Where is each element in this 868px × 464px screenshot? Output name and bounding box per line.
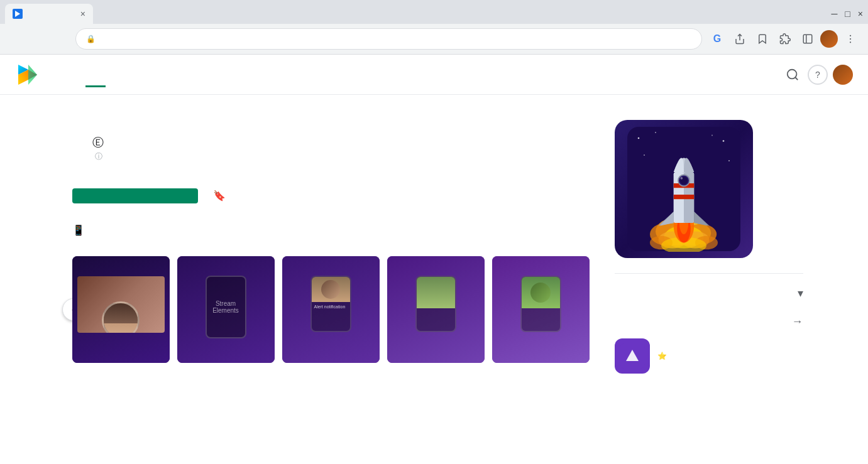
nav-books[interactable] — [126, 62, 146, 87]
wishlist-button[interactable]: 🔖 — [208, 182, 236, 209]
svg-point-18 — [644, 154, 645, 156]
window-controls: ─ □ × — [831, 9, 863, 19]
gplay-logo-icon — [15, 62, 40, 87]
screenshot-1 — [72, 256, 170, 363]
header-actions: ? — [783, 65, 853, 85]
screenshots-section: ‹ — [72, 256, 590, 363]
screenshot-2: StreamElements — [177, 256, 275, 363]
similar-apps-header: → — [615, 315, 803, 328]
svg-point-15 — [655, 132, 656, 133]
url-bar[interactable]: 🔒 — [75, 28, 702, 50]
app-stats: Ⓔ ⓘ — [72, 135, 590, 162]
gplay-header: ? — [0, 55, 868, 95]
rocket-illustration — [627, 126, 740, 252]
svg-point-17 — [711, 135, 713, 136]
g-icon[interactable]: G — [707, 29, 727, 49]
similar-app-icon-frosty — [615, 338, 650, 374]
screenshot-5 — [492, 256, 590, 363]
device-note: 📱 — [72, 224, 590, 236]
screenshots-scroll: StreamElements Aler — [72, 256, 590, 363]
screenshot-2-title — [223, 264, 228, 269]
svg-rect-37 — [673, 195, 693, 199]
svg-point-11 — [788, 69, 797, 78]
bookmark-icon: 🔖 — [213, 190, 226, 202]
everyone-icon: Ⓔ — [92, 135, 104, 150]
new-tab-button[interactable] — [96, 5, 113, 23]
nav-games[interactable] — [65, 62, 85, 87]
extensions-icon[interactable] — [775, 29, 795, 49]
svg-point-40 — [680, 177, 683, 180]
active-tab[interactable]: × — [5, 4, 93, 24]
tab-bar: × ─ □ × — [0, 0, 868, 24]
info-icon[interactable]: ⓘ — [95, 152, 102, 161]
screenshot-5-title — [538, 264, 543, 269]
screenshot-3: Alert notification — [282, 256, 380, 363]
svg-point-16 — [722, 140, 724, 142]
app-sidebar: ▾ → — [615, 120, 803, 374]
chrome-menu-icon[interactable] — [840, 29, 860, 49]
similar-app-info-frosty: ⭐ — [657, 352, 667, 360]
tab-favicon — [13, 9, 23, 19]
svg-point-14 — [637, 138, 639, 139]
svg-point-4 — [850, 38, 851, 40]
rating-value: Ⓔ — [92, 135, 104, 150]
similar-apps-section: → ⭐ — [615, 315, 803, 374]
screenshot-4 — [387, 256, 485, 363]
maximize-button[interactable]: □ — [845, 9, 850, 19]
nav-apps[interactable] — [85, 62, 106, 87]
screenshot-3-title — [328, 264, 333, 269]
svg-line-12 — [795, 77, 798, 80]
nav-children[interactable] — [146, 62, 166, 87]
screenshot-4-title — [433, 264, 438, 269]
toolbar-icons: G — [707, 29, 860, 49]
star-icon: ⭐ — [657, 352, 667, 360]
similar-app-frosty[interactable]: ⭐ — [615, 338, 803, 374]
developer-contact-section: ▾ — [615, 273, 803, 300]
svg-point-19 — [728, 160, 730, 161]
minimize-button[interactable]: ─ — [831, 9, 837, 19]
developer-contact-header[interactable]: ▾ — [615, 286, 803, 300]
arrow-right-icon[interactable]: → — [792, 315, 803, 328]
page-content: Ⓔ ⓘ 🔖 📱 ‹ — [57, 95, 811, 399]
device-icon: 📱 — [72, 224, 85, 236]
back-button[interactable] — [8, 30, 25, 48]
address-bar: 🔒 G — [0, 24, 868, 54]
tab-close-button[interactable]: × — [80, 9, 85, 18]
close-window-button[interactable]: × — [858, 9, 863, 19]
profile-avatar[interactable] — [820, 30, 838, 48]
browser-chrome: × ─ □ × 🔒 G — [0, 0, 868, 55]
svg-point-3 — [850, 35, 851, 36]
svg-rect-1 — [803, 35, 812, 43]
help-icon[interactable]: ? — [808, 65, 828, 85]
rating-stat: Ⓔ ⓘ — [92, 135, 104, 162]
gplay-logo[interactable] — [15, 62, 45, 87]
app-main: Ⓔ ⓘ 🔖 📱 ‹ — [72, 120, 590, 374]
refresh-button[interactable] — [53, 30, 70, 48]
install-button[interactable] — [72, 188, 198, 203]
svg-point-5 — [850, 41, 851, 43]
header-search-icon[interactable] — [783, 65, 803, 85]
similar-app-rating: ⭐ — [657, 352, 667, 360]
lock-icon: 🔒 — [86, 35, 96, 43]
rating-label: ⓘ — [92, 151, 104, 162]
sidebar-icon[interactable] — [798, 29, 818, 49]
app-actions: 🔖 — [72, 182, 590, 209]
chevron-down-icon: ▾ — [798, 286, 803, 300]
forward-button[interactable] — [30, 30, 48, 48]
svg-marker-0 — [15, 11, 20, 17]
nav-movies[interactable] — [106, 62, 126, 87]
bookmark-icon[interactable] — [752, 29, 772, 49]
share-icon[interactable] — [730, 29, 750, 49]
gplay-nav — [65, 62, 783, 87]
app-icon-large — [615, 120, 753, 258]
svg-marker-10 — [28, 65, 37, 85]
header-profile-avatar[interactable] — [833, 65, 853, 85]
